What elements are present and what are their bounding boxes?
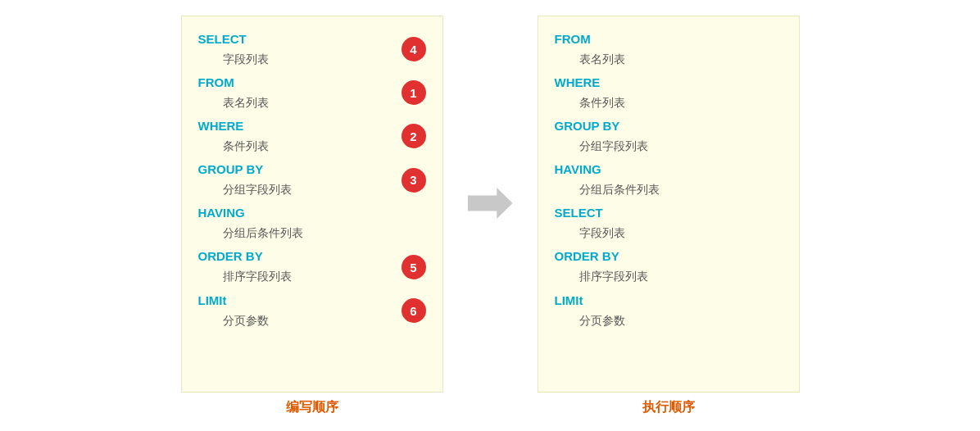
right-subtext-4: 字段列表 [555, 223, 783, 243]
badge-5: 5 [402, 255, 426, 279]
right-panel: FROM表名列表WHERE条件列表GROUP BY分组字段列表HAVING分组后… [538, 16, 800, 392]
badge-6: 6 [402, 298, 426, 323]
right-row-5: ORDER BY排序字段列表 [555, 247, 783, 287]
subtext-1: 表名列表 [198, 93, 393, 113]
keyword-5: ORDER BY [198, 247, 393, 266]
right-keyword-1: WHERE [555, 73, 783, 93]
left-panel-wrapper: SELECT字段列表4FROM表名列表1WHERE条件列表2GROUP BY分组… [181, 16, 443, 416]
right-subtext-5: 排序字段列表 [555, 266, 783, 287]
keyword-6: LIMIt [198, 291, 393, 311]
badge-2: 2 [402, 124, 426, 148]
left-row-2: WHERE条件列表2 [198, 116, 426, 157]
right-row-0: FROM表名列表 [555, 29, 783, 70]
right-row-4: SELECT字段列表 [555, 203, 783, 243]
left-row-3: GROUP BY分组字段列表3 [198, 160, 426, 200]
left-row-6: LIMIt分页参数6 [198, 291, 426, 331]
right-keyword-3: HAVING [555, 160, 783, 179]
subtext-6: 分页参数 [198, 311, 393, 331]
right-subtext-6: 分页参数 [555, 311, 783, 331]
left-row-0: SELECT字段列表4 [198, 29, 426, 70]
left-panel: SELECT字段列表4FROM表名列表1WHERE条件列表2GROUP BY分组… [181, 16, 443, 392]
right-subtext-0: 表名列表 [555, 49, 783, 70]
right-subtext-2: 分组字段列表 [555, 136, 783, 157]
right-panel-wrapper: FROM表名列表WHERE条件列表GROUP BY分组字段列表HAVING分组后… [538, 16, 800, 416]
keyword-4: HAVING [198, 203, 393, 223]
subtext-0: 字段列表 [198, 49, 393, 70]
right-row-3: HAVING分组后条件列表 [555, 160, 783, 200]
keyword-2: WHERE [198, 116, 393, 136]
left-row-5: ORDER BY排序字段列表5 [198, 247, 426, 287]
left-panel-label: 编写顺序 [286, 399, 338, 416]
keyword-0: SELECT [198, 29, 393, 49]
right-row-2: GROUP BY分组字段列表 [555, 116, 783, 157]
badge-0: 4 [402, 37, 426, 61]
subtext-3: 分组字段列表 [198, 179, 393, 200]
keyword-3: GROUP BY [198, 160, 393, 179]
left-row-1: FROM表名列表1 [198, 73, 426, 113]
right-subtext-1: 条件列表 [555, 93, 783, 113]
arrow-icon [468, 188, 513, 219]
right-panel-label: 执行顺序 [642, 399, 695, 416]
right-keyword-0: FROM [555, 29, 783, 49]
subtext-2: 条件列表 [198, 136, 393, 157]
right-row-6: LIMIt分页参数 [555, 291, 783, 331]
arrow-container [468, 188, 513, 243]
right-keyword-6: LIMIt [555, 291, 783, 311]
subtext-4: 分组后条件列表 [198, 223, 393, 243]
keyword-1: FROM [198, 73, 393, 93]
main-container: SELECT字段列表4FROM表名列表1WHERE条件列表2GROUP BY分组… [0, 7, 980, 424]
badge-1: 1 [402, 80, 426, 105]
left-row-4: HAVING分组后条件列表 [198, 203, 426, 243]
right-row-1: WHERE条件列表 [555, 73, 783, 113]
subtext-5: 排序字段列表 [198, 266, 393, 287]
right-keyword-4: SELECT [555, 203, 783, 223]
badge-3: 3 [402, 168, 426, 193]
right-subtext-3: 分组后条件列表 [555, 179, 783, 200]
right-keyword-2: GROUP BY [555, 116, 783, 136]
right-keyword-5: ORDER BY [555, 247, 783, 266]
